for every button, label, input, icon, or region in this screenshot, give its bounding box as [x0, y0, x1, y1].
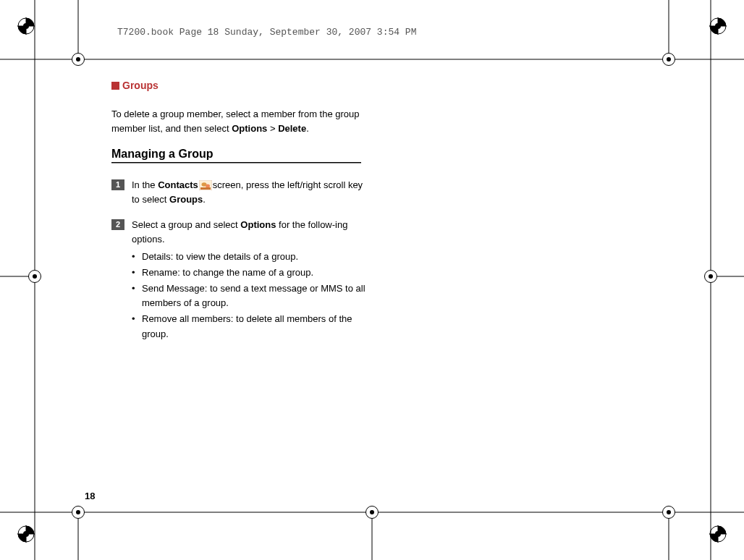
running-header: T7200.book Page 18 Sunday, September 30,… — [117, 27, 416, 38]
bullet-rename: Rename: to change the name of a group. — [132, 266, 371, 280]
intro-paragraph: To delete a group member, select a membe… — [111, 107, 371, 136]
delete-label: Delete — [278, 123, 306, 134]
gt-sep: > — [267, 123, 278, 134]
section-title: Groups — [122, 80, 158, 91]
groups-label: Groups — [169, 194, 203, 205]
registration-mark-icon — [17, 17, 35, 35]
heading-divider — [111, 162, 361, 164]
page-content: Groups To delete a group member, select … — [111, 80, 371, 353]
section-header: Groups — [111, 80, 371, 91]
step-body: In the Contactsscreen, press the left/ri… — [132, 178, 371, 207]
step1-period: . — [203, 194, 206, 205]
step-number-badge: 1 — [111, 179, 124, 190]
options-label: Options — [232, 123, 267, 134]
bullet-details: Details: to view the details of a group. — [132, 250, 371, 264]
svg-point-18 — [206, 184, 210, 188]
contacts-icon — [199, 180, 212, 190]
contacts-label: Contacts — [158, 179, 198, 190]
step-2: 2 Select a group and select Options for … — [111, 218, 371, 343]
step-1: 1 In the Contactsscreen, press the left/… — [111, 178, 371, 207]
step-number-badge: 2 — [111, 219, 124, 230]
sub-heading: Managing a Group — [111, 148, 371, 161]
options-label-2: Options — [240, 219, 276, 230]
options-bullet-list: Details: to view the details of a group.… — [132, 250, 371, 341]
registration-mark-icon — [17, 525, 35, 543]
page-number: 18 — [85, 491, 95, 501]
step1-pre: In the — [132, 179, 158, 190]
registration-mark-icon — [709, 525, 727, 543]
step2-text-a: Select a group and select — [132, 219, 240, 230]
bullet-send-message: Send Message: to send a text message or … — [132, 281, 371, 310]
section-marker-icon — [111, 82, 119, 90]
period: . — [306, 123, 309, 134]
bullet-remove-all: Remove all members: to delete all member… — [132, 312, 371, 341]
svg-rect-19 — [200, 187, 211, 190]
registration-mark-icon — [709, 17, 727, 35]
step-body: Select a group and select Options for th… — [132, 218, 371, 343]
